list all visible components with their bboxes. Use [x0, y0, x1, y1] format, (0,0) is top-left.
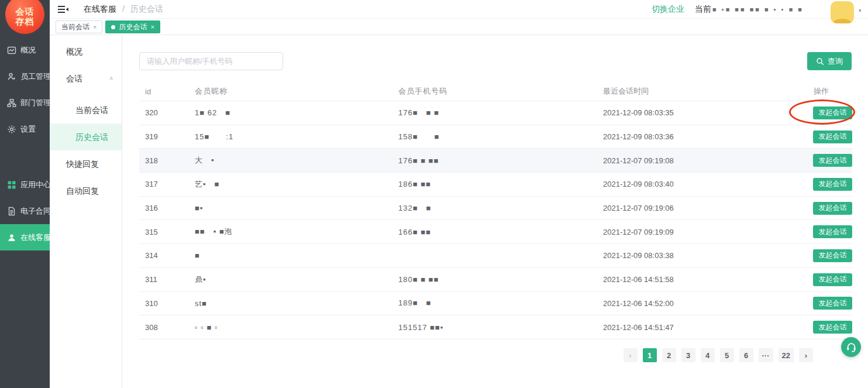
submenu-group-session[interactable]: 会话 ∧: [50, 65, 122, 92]
tab-history-session[interactable]: 历史会话 ×: [105, 20, 160, 33]
cell-id: 316: [139, 204, 189, 212]
table-row: 320 1■ 62 ■ 176■ ■ ■ 2021-12-09 08:03:35…: [139, 101, 852, 125]
chevron-up-icon: ∧: [109, 65, 113, 92]
query-button[interactable]: 查询: [807, 52, 852, 70]
cell-id: 320: [139, 108, 189, 117]
cell-nickname: ■■ ▪ ■泡: [189, 226, 392, 237]
current-company-label: 当前: [695, 4, 711, 15]
active-dot-icon: [111, 25, 115, 29]
cell-id: 311: [139, 275, 189, 284]
cell-nickname: ▫ ▫ ■ ▫: [189, 323, 392, 332]
cell-phone: 151517 ■■▪: [392, 323, 597, 332]
sidebar-item-department[interactable]: 部门管理: [0, 90, 50, 116]
start-session-button[interactable]: 发起会话: [813, 178, 852, 191]
avatar[interactable]: [831, 1, 854, 23]
close-icon[interactable]: ×: [150, 23, 154, 30]
start-session-button[interactable]: 发起会话: [813, 131, 852, 143]
pagination-page-3[interactable]: 3: [681, 348, 695, 362]
sidebar-item-settings[interactable]: 设置: [0, 116, 50, 142]
cell-nickname: 艺▪ ■: [189, 179, 392, 190]
submenu-sidebar: 概况 会话 ∧ 当前会话 历史会话 快捷回复 自动回复: [50, 35, 122, 388]
headset-icon: [846, 342, 857, 353]
sidebar-item-app-center[interactable]: 应用中心: [0, 171, 50, 198]
submenu-item-quick-reply[interactable]: 快捷回复: [50, 150, 122, 177]
customer-service-float-button[interactable]: [841, 337, 861, 357]
pagination-page-1[interactable]: 1: [643, 348, 657, 362]
submenu-item-auto-reply[interactable]: 自动回复: [50, 177, 122, 204]
pagination-page-22[interactable]: 22: [779, 348, 794, 362]
pagination-next[interactable]: ›: [799, 348, 813, 362]
breadcrumb-separator: /: [122, 4, 125, 13]
submenu-label: 当前会话: [75, 105, 108, 115]
table-header-row: id 会员昵称 会员手机号码 最近会话时间 操作: [139, 82, 852, 101]
sidebar-item-staff[interactable]: 员工管理: [0, 63, 50, 90]
sessions-table: id 会员昵称 会员手机号码 最近会话时间 操作 320 1■ 62 ■ 176…: [139, 82, 852, 339]
sidebar-item-overview[interactable]: 概况: [0, 37, 50, 63]
submenu-item-history-session[interactable]: 历史会话: [50, 123, 122, 150]
cell-phone: 132■ ■: [392, 203, 597, 214]
search-input[interactable]: [139, 52, 283, 70]
cell-time: 2021-12-09 08:03:40: [597, 180, 802, 188]
start-session-button[interactable]: 发起会话: [813, 154, 852, 167]
line-chart-icon: [7, 46, 16, 55]
cell-time: 2021-12-06 14:51:58: [597, 275, 802, 284]
table-row: 318 大 ▪ 176■ ■ ■■ 2021-12-07 09:19:08 发起…: [139, 149, 852, 173]
submenu-label: 快捷回复: [66, 159, 99, 169]
cell-id: 317: [139, 180, 189, 188]
submenu-item-overview[interactable]: 概况: [50, 38, 122, 65]
cell-phone: 189■ ■: [392, 298, 597, 308]
app-grid-icon: [7, 180, 16, 190]
menu-fold-icon[interactable]: [58, 5, 68, 13]
col-header-nickname: 会员昵称: [189, 86, 392, 97]
breadcrumb-root[interactable]: 在线客服: [84, 4, 116, 13]
start-session-button[interactable]: 发起会话: [813, 321, 852, 334]
pagination-page-2[interactable]: 2: [662, 348, 676, 362]
staff-icon: [7, 72, 16, 81]
start-session-button[interactable]: 发起会话: [813, 273, 852, 286]
document-icon: [7, 207, 16, 216]
cell-nickname: 1■ 62 ■: [189, 108, 392, 118]
start-session-button[interactable]: 发起会话: [813, 202, 852, 215]
table-row: 314 ■ 2021-12-09 08:03:38 发起会话: [139, 244, 852, 268]
sidebar-item-label: 电子合同: [20, 206, 50, 217]
top-header: 在线客服 / 历史会话 切换企业 当前 ■ ▪■ ■■ ■■ ■ ▪ ▪ ■ ■: [50, 0, 868, 19]
start-session-button[interactable]: 发起会话: [813, 107, 852, 119]
breadcrumb-current: 历史会话: [130, 4, 163, 13]
col-header-id: id: [139, 87, 189, 96]
tab-current-session[interactable]: 当前会话 ×: [56, 20, 102, 33]
cell-time: 2021-12-06 14:52:00: [597, 299, 802, 308]
cell-id: 318: [139, 156, 189, 165]
pagination-page-5[interactable]: 5: [720, 348, 734, 362]
table-row: 311 鼎▪ 180■ ■ ■■ 2021-12-06 14:51:58 发起会…: [139, 268, 852, 292]
pagination-page-6[interactable]: 6: [739, 348, 753, 362]
submenu-label: 会话: [66, 74, 82, 83]
cell-id: 319: [139, 132, 189, 141]
submenu-label: 自动回复: [66, 186, 99, 195]
cell-phone: 158■ ■: [392, 132, 597, 142]
col-header-action: 操作: [802, 86, 852, 97]
start-session-button[interactable]: 发起会话: [813, 297, 852, 310]
submenu-label: 历史会话: [75, 132, 108, 142]
caret-down-icon[interactable]: ▾: [859, 8, 862, 13]
tab-label: 历史会话: [119, 22, 147, 32]
sidebar-item-online-service[interactable]: 在线客服: [0, 224, 50, 250]
cell-nickname: 大 ▪: [189, 155, 392, 166]
sidebar-item-econtract[interactable]: 电子合同: [0, 198, 50, 224]
sidebar-nav: 概况 员工管理 部门管理 设置 应用中心: [0, 37, 50, 250]
pagination-ellipsis[interactable]: ···: [759, 348, 773, 362]
current-company-redacted: ■ ▪■ ■■ ■■ ■ ▪ ▪ ■ ■: [712, 6, 804, 13]
switch-company-link[interactable]: 切换企业: [652, 4, 684, 15]
sidebar-item-label: 员工管理: [20, 71, 50, 82]
cell-time: 2021-12-07 09:19:09: [597, 228, 802, 236]
header-right: 切换企业 当前 ■ ▪■ ■■ ■■ ■ ▪ ▪ ■ ■: [652, 4, 804, 15]
pagination-page-4[interactable]: 4: [701, 348, 715, 362]
start-session-button[interactable]: 发起会话: [813, 249, 852, 262]
close-icon[interactable]: ×: [93, 23, 97, 30]
col-header-phone: 会员手机号码: [392, 86, 597, 97]
cell-time: 2021-12-06 14:51:47: [597, 323, 802, 332]
start-session-button[interactable]: 发起会话: [813, 225, 852, 238]
submenu-item-current-session[interactable]: 当前会话: [50, 97, 122, 123]
pagination-prev[interactable]: ‹: [624, 348, 638, 362]
cell-phone: 176■ ■ ■■: [392, 156, 597, 165]
cell-nickname: 鼎▪: [189, 274, 392, 285]
